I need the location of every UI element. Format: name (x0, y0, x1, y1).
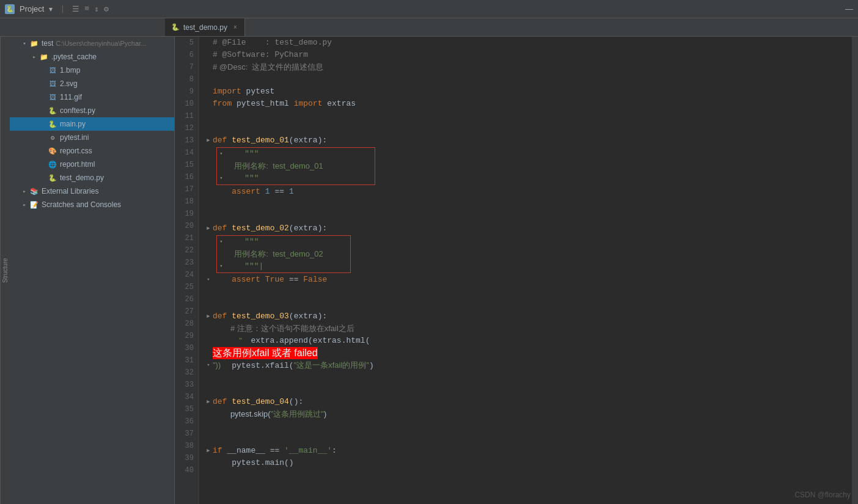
window-actions: — (845, 4, 853, 13)
code-line-23: ▾ """| (217, 260, 350, 272)
sidebar-item-external-libs[interactable]: ▸ 📚 External Libraries (10, 184, 174, 198)
scratches-label: Scratches and Consoles (42, 200, 121, 209)
code-line-19 (204, 210, 847, 222)
code-line-37 (204, 433, 847, 445)
minimize-button[interactable]: — (845, 4, 853, 13)
docstring-box-2: ▾ """ 用例名称: test_demo_02 ▾ """| (216, 235, 351, 273)
titlebar: 🐍 Project ▾ | ☰ ≡ ⇕ ⚙ — (0, 0, 858, 18)
sidebar-item-test-demo[interactable]: 🐍 test_demo.py (10, 171, 174, 184)
tab-test-demo[interactable]: 🐍 test_demo.py × (165, 18, 245, 36)
sidebar: ▾ 📁 test C:\Users\chenyinhua\Pychar... ▸… (10, 37, 175, 504)
fold-38[interactable]: ▶ (204, 447, 213, 455)
ext-libs-label: External Libraries (42, 187, 98, 195)
tab-close-button[interactable]: × (233, 24, 237, 31)
test-demo-label: test_demo.py (60, 173, 104, 182)
code-line-26 (204, 298, 847, 310)
code-line-9: import pytest (204, 86, 847, 98)
conftest-icon: 🐍 (48, 106, 57, 115)
sidebar-item-conftest[interactable]: 🐍 conftest.py (10, 104, 174, 117)
fold-27[interactable]: ▶ (204, 312, 213, 321)
scratches-icon: 📝 (29, 200, 39, 210)
sidebar-item-pytest-cache[interactable]: ▸ 📁 .pytest_cache (10, 50, 174, 64)
project-label: Project (20, 4, 44, 13)
code-editor[interactable]: 56789 1011121314 1516171819 2021222324 2… (175, 37, 858, 504)
code-line-15: 用例名称: test_demo_01 (217, 160, 375, 172)
fold-24[interactable]: ▾ (204, 276, 213, 284)
code-line-6: # @Software: PyCharm (204, 49, 847, 61)
pytest-ini-icon: ⚙ (48, 133, 57, 142)
111gif-icon: 🖼 (48, 92, 57, 102)
fold-20[interactable]: ▶ (204, 224, 213, 233)
sidebar-item-111gif[interactable]: 🖼 111.gif (10, 90, 174, 104)
code-line-28: # 注意：这个语句不能放在xfail之后 (204, 323, 847, 335)
watermark: CSDN @florachy (794, 491, 851, 499)
tab-python-icon: 🐍 (171, 23, 180, 31)
sidebar-item-scratches[interactable]: ▸ 📝 Scratches and Consoles (10, 198, 174, 211)
tabbar: 🐍 test_demo.py × (0, 18, 858, 37)
fold-21[interactable]: ▾ (217, 238, 226, 246)
code-line-21: ▾ """ (217, 236, 350, 248)
code-line-27: ▶ def test_demo_03(extra): (204, 310, 847, 323)
fold-14[interactable]: ▾ (217, 150, 226, 158)
code-line-38: ▶ if __name__ == '__main__': (204, 445, 847, 457)
code-line-33 (204, 384, 847, 396)
fold-23[interactable]: ▾ (217, 262, 226, 271)
2svg-icon: 🖼 (48, 79, 57, 89)
111gif-label: 111.gif (60, 93, 82, 101)
code-line-5: # @File : test_demo.py (204, 37, 847, 49)
fold-34[interactable]: ▶ (204, 398, 213, 406)
code-line-11 (204, 110, 847, 122)
pytest-cache-icon: 📁 (39, 52, 49, 62)
scrollbar[interactable] (852, 37, 858, 504)
fold-31[interactable]: ▾ (204, 361, 213, 370)
code-line-20: ▶ def test_demo_02(extra): (204, 222, 847, 235)
scratches-arrow: ▸ (20, 200, 29, 210)
sidebar-item-report-css[interactable]: 🎨 report.css (10, 144, 174, 158)
settings-icon[interactable]: ⚙ (104, 4, 109, 14)
report-html-icon: 🌐 (48, 159, 57, 169)
pytest-cache-label: .pytest_cache (51, 53, 97, 61)
main-layout: Structure ▾ 📁 test C:\Users\chenyinhua\P… (0, 37, 858, 504)
2svg-label: 2.svg (60, 79, 78, 88)
1bmp-icon: 🖼 (48, 65, 57, 75)
report-css-icon: 🎨 (48, 146, 57, 156)
code-content[interactable]: # @File : test_demo.py # @Software: PyCh… (199, 37, 852, 504)
report-html-label: report.html (60, 160, 95, 169)
code-line-16: ▾ """ (217, 172, 375, 184)
code-line-25 (204, 286, 847, 298)
docstring-box-1: ▾ """ 用例名称: test_demo_01 ▾ """ (216, 147, 375, 185)
code-line-22: 用例名称: test_demo_02 (217, 248, 350, 260)
fold-13[interactable]: ▶ (204, 136, 213, 145)
nav-icon3[interactable]: ⇕ (94, 4, 99, 14)
sidebar-item-2svg[interactable]: 🖼 2.svg (10, 77, 174, 90)
code-line-17: assert 1 == 1 (204, 186, 847, 198)
code-line-13: ▶ def test_demo_01(extra): (204, 134, 847, 147)
code-line-8 (204, 73, 847, 86)
code-line-14: ▾ """ (217, 148, 375, 160)
code-line-7: # @Desc: 这是文件的描述信息 (204, 61, 847, 73)
root-label: test (42, 39, 53, 48)
sidebar-item-root[interactable]: ▾ 📁 test C:\Users\chenyinhua\Pychar... (10, 37, 174, 50)
code-line-24: ▾ assert True == False (204, 274, 847, 286)
code-line-12 (204, 122, 847, 134)
structure-panel-label[interactable]: Structure (0, 37, 10, 504)
project-dropdown[interactable]: ▾ (49, 5, 53, 13)
main-icon: 🐍 (48, 119, 57, 129)
sidebar-item-main[interactable]: 🐍 main.py (10, 117, 174, 131)
code-line-10: from pytest_html import extras (204, 98, 847, 110)
code-line-30: "这条用例xfail 或者 failed")) (204, 347, 847, 359)
nav-icon1[interactable]: ☰ (72, 4, 79, 14)
code-line-34: ▶ def test_demo_04(): (204, 396, 847, 408)
sidebar-item-1bmp[interactable]: 🖼 1.bmp (10, 64, 174, 77)
root-folder-icon: 📁 (29, 38, 39, 48)
fold-16[interactable]: ▾ (217, 174, 226, 183)
nav-icon2[interactable]: ≡ (84, 4, 89, 13)
code-line-32 (204, 371, 847, 384)
test-demo-icon: 🐍 (48, 173, 57, 183)
sidebar-item-pytest-ini[interactable]: ⚙ pytest.ini (10, 131, 174, 144)
conftest-label: conftest.py (60, 106, 95, 115)
code-line-35: pytest.skip("这条用例跳过") (204, 408, 847, 420)
app-icon: 🐍 (5, 4, 15, 14)
sidebar-item-report-html[interactable]: 🌐 report.html (10, 158, 174, 171)
pytest-ini-label: pytest.ini (60, 133, 89, 142)
